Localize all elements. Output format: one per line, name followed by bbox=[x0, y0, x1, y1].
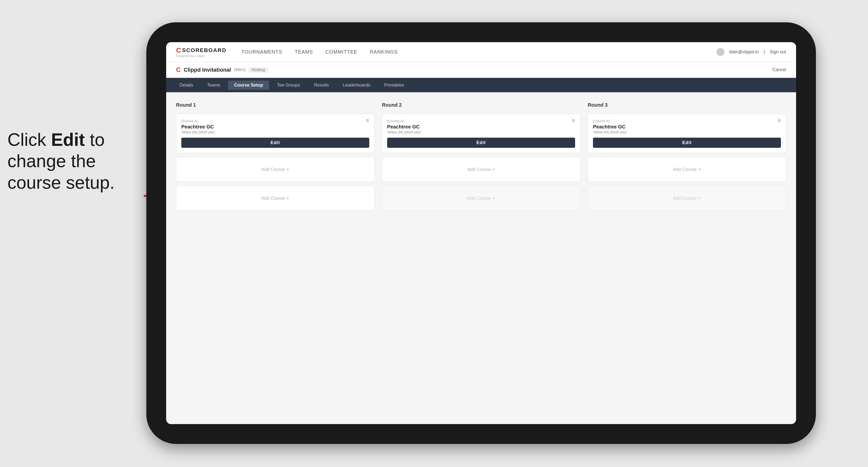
add-course-plus-r1-2: + bbox=[286, 195, 289, 201]
nav-links: TOURNAMENTS TEAMS COMMITTEE RANKINGS bbox=[241, 49, 716, 55]
add-course-text-r3-2: Add Course bbox=[673, 196, 696, 201]
course-card-r3: (Course A) Peachtree GC Yellow (M) (6629… bbox=[588, 114, 786, 153]
tab-printables[interactable]: Printables bbox=[378, 81, 410, 90]
tourney-logo-icon: C bbox=[176, 66, 181, 74]
nav-right: blair@clippd.io | Sign out bbox=[716, 48, 786, 56]
round-2-label: Round 2 bbox=[382, 102, 580, 108]
logo-title: SCOREBOARD bbox=[182, 47, 226, 54]
nav-teams[interactable]: TEAMS bbox=[294, 49, 313, 55]
tab-course-setup[interactable]: Course Setup bbox=[228, 81, 269, 90]
tourney-name: Clippd Invitational bbox=[184, 67, 231, 73]
add-course-text-r2-2: Add Course bbox=[467, 196, 491, 201]
tab-results[interactable]: Results bbox=[308, 81, 335, 90]
add-course-r2-slot2: Add Course + bbox=[382, 186, 580, 211]
tab-details[interactable]: Details bbox=[174, 81, 199, 90]
separator: | bbox=[764, 49, 765, 55]
add-course-plus-r2-1: + bbox=[492, 167, 495, 173]
bold-edit: Edit bbox=[51, 130, 85, 150]
course-name-r3: Peachtree GC bbox=[593, 124, 781, 130]
logo-area: C SCOREBOARD Powered by clippd bbox=[176, 46, 226, 58]
edit-button-r2[interactable]: Edit bbox=[387, 138, 575, 148]
delete-icon-r2[interactable]: 🗑 bbox=[570, 117, 577, 124]
main-content: Round 1 (Course A) Peachtree GC Yellow (… bbox=[166, 92, 796, 424]
nav-rankings[interactable]: RANKINGS bbox=[370, 49, 398, 55]
cancel-button[interactable]: Cancel bbox=[772, 67, 786, 72]
tab-leaderboards[interactable]: Leaderboards bbox=[337, 81, 376, 90]
add-course-text-r1-1: Add Course bbox=[261, 167, 285, 172]
logo-c-icon: C bbox=[176, 46, 181, 54]
course-name-r2: Peachtree GC bbox=[387, 124, 575, 130]
add-course-r3-slot2: Add Course + bbox=[588, 186, 786, 211]
tab-tee-groups[interactable]: Tee Groups bbox=[271, 81, 306, 90]
course-card-r2: (Course A) Peachtree GC Yellow (M) (6629… bbox=[382, 114, 580, 153]
logo-subtitle: Powered by clippd bbox=[176, 54, 226, 58]
tournament-info: C Clippd Invitational (Men) Hosting bbox=[176, 66, 268, 74]
round-2-col: Round 2 (Course A) Peachtree GC Yellow (… bbox=[382, 102, 580, 211]
rounds-container: Round 1 (Course A) Peachtree GC Yellow (… bbox=[176, 102, 786, 211]
tourney-gender: (Men) bbox=[234, 67, 246, 72]
add-course-plus-r2-2: + bbox=[492, 195, 495, 201]
edit-button-r1[interactable]: Edit bbox=[181, 138, 369, 148]
tab-teams[interactable]: Teams bbox=[201, 81, 226, 90]
add-course-plus-r1-1: + bbox=[286, 167, 289, 173]
add-course-plus-r3-1: + bbox=[698, 167, 701, 173]
course-details-r3: Yellow (M) (6629 yds) bbox=[593, 130, 781, 134]
course-details-r2: Yellow (M) (6629 yds) bbox=[387, 130, 575, 134]
add-course-r3-slot1[interactable]: Add Course + bbox=[588, 157, 786, 182]
user-email: blair@clippd.io bbox=[730, 49, 758, 55]
round-1-label: Round 1 bbox=[176, 102, 374, 108]
course-card-r1: (Course A) Peachtree GC Yellow (M) (6629… bbox=[176, 114, 374, 153]
course-tag-r2: (Course A) bbox=[387, 119, 575, 123]
delete-icon-r1[interactable]: 🗑 bbox=[364, 117, 371, 124]
instruction-text: Click Edit to change the course setup. bbox=[7, 129, 115, 193]
add-course-text-r1-2: Add Course bbox=[261, 196, 285, 201]
nav-tournaments[interactable]: TOURNAMENTS bbox=[241, 49, 282, 55]
edit-button-r3[interactable]: Edit bbox=[593, 138, 781, 148]
course-tag-r3: (Course A) bbox=[593, 119, 781, 123]
course-tag-r1: (Course A) bbox=[181, 119, 369, 123]
tab-bar: Details Teams Course Setup Tee Groups Re… bbox=[166, 78, 796, 92]
add-course-text-r2-1: Add Course bbox=[467, 167, 491, 172]
add-course-r1-slot2[interactable]: Add Course + bbox=[176, 186, 374, 211]
hosting-badge: Hosting bbox=[248, 67, 268, 73]
add-course-r2-slot1[interactable]: Add Course + bbox=[382, 157, 580, 182]
course-name-r1: Peachtree GC bbox=[181, 124, 369, 130]
add-course-text-r3-1: Add Course bbox=[673, 167, 696, 172]
nav-committee[interactable]: COMMITTEE bbox=[326, 49, 358, 55]
round-3-label: Round 3 bbox=[588, 102, 786, 108]
sign-out-link[interactable]: Sign out bbox=[770, 49, 786, 55]
user-avatar bbox=[716, 48, 724, 56]
round-3-col: Round 3 (Course A) Peachtree GC Yellow (… bbox=[588, 102, 786, 211]
tablet-frame: C SCOREBOARD Powered by clippd TOURNAMEN… bbox=[146, 22, 816, 444]
round-1-col: Round 1 (Course A) Peachtree GC Yellow (… bbox=[176, 102, 374, 211]
add-course-r1-slot1[interactable]: Add Course + bbox=[176, 157, 374, 182]
tablet-screen: C SCOREBOARD Powered by clippd TOURNAMEN… bbox=[166, 42, 796, 424]
delete-icon-r3[interactable]: 🗑 bbox=[776, 117, 783, 124]
top-nav: C SCOREBOARD Powered by clippd TOURNAMEN… bbox=[166, 42, 796, 62]
add-course-plus-r3-2: + bbox=[698, 195, 701, 201]
course-details-r1: Yellow (M) (6629 yds) bbox=[181, 130, 369, 134]
sub-header: C Clippd Invitational (Men) Hosting Canc… bbox=[166, 62, 796, 78]
